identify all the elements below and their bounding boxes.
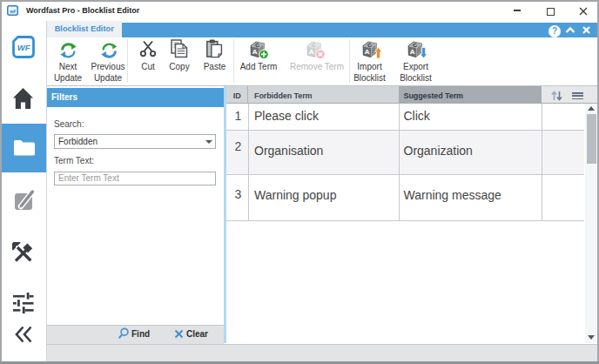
svg-text:wf: wf (9, 9, 17, 14)
svg-text:WF: WF (17, 43, 30, 52)
